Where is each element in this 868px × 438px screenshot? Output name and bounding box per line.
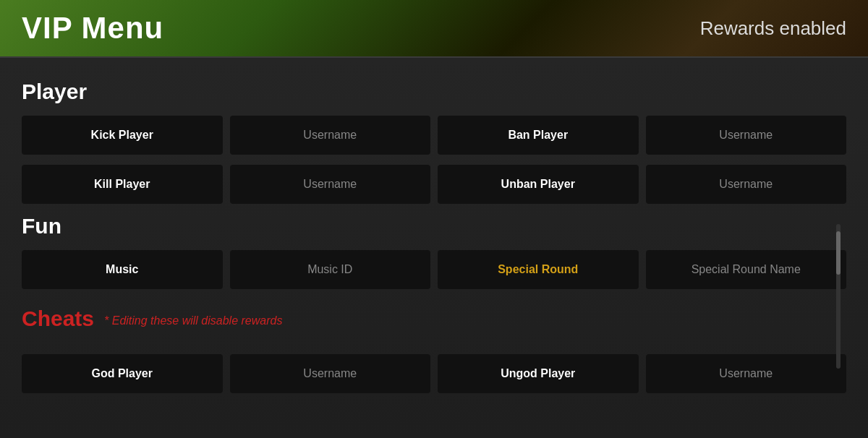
god-player-username-input[interactable]: Username (230, 354, 431, 393)
cheats-section-title: Cheats (22, 306, 94, 331)
special-round-button[interactable]: Special Round (438, 250, 639, 289)
cheats-warning: * Editing these will disable rewards (104, 314, 282, 327)
unban-player-username-input[interactable]: Username (646, 165, 847, 204)
page-title: VIP Menu (22, 11, 163, 46)
music-button[interactable]: Music (22, 250, 223, 289)
fun-row-1: Music Music ID Special Round Special Rou… (22, 250, 846, 289)
player-section: Player Kick Player Username Ban Player U… (22, 80, 846, 204)
cheats-section: Cheats * Editing these will disable rewa… (22, 299, 846, 393)
music-id-input[interactable]: Music ID (230, 250, 431, 289)
main-content: Player Kick Player Username Ban Player U… (0, 58, 868, 438)
scrollbar-thumb[interactable] (836, 231, 841, 275)
kick-player-username-input[interactable]: Username (230, 116, 431, 155)
unban-player-button[interactable]: Unban Player (438, 165, 639, 204)
kill-player-button[interactable]: Kill Player (22, 165, 223, 204)
player-section-title: Player (22, 80, 846, 104)
cheats-header-row: Cheats * Editing these will disable rewa… (22, 299, 846, 343)
app-container: VIP Menu Rewards enabled Player Kick Pla… (0, 0, 868, 438)
player-row-1: Kick Player Username Ban Player Username (22, 116, 846, 155)
scrollbar-track (836, 224, 841, 369)
god-player-button[interactable]: God Player (22, 354, 223, 393)
kick-player-button[interactable]: Kick Player (22, 116, 223, 155)
special-round-name-input[interactable]: Special Round Name (646, 250, 847, 289)
cheats-row-1: God Player Username Ungod Player Usernam… (22, 354, 846, 393)
kill-player-username-input[interactable]: Username (230, 165, 431, 204)
header: VIP Menu Rewards enabled (0, 0, 868, 58)
rewards-status: Rewards enabled (700, 17, 846, 40)
ungod-player-username-input[interactable]: Username (646, 354, 847, 393)
ban-player-username-input[interactable]: Username (646, 116, 847, 155)
fun-section-title: Fun (22, 214, 846, 239)
content-wrapper: Player Kick Player Username Ban Player U… (22, 80, 846, 393)
ungod-player-button[interactable]: Ungod Player (438, 354, 639, 393)
fun-section: Fun Music Music ID Special Round Special… (22, 214, 846, 289)
ban-player-button[interactable]: Ban Player (438, 116, 639, 155)
player-row-2: Kill Player Username Unban Player Userna… (22, 165, 846, 204)
